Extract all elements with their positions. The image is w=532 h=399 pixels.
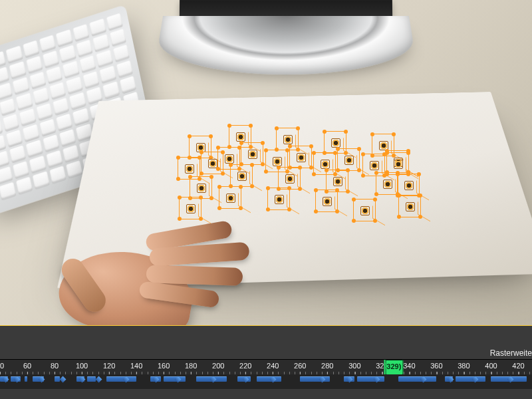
grid-spacing-label: Rasterweite	[490, 348, 532, 358]
ruler-tick: 100	[76, 360, 88, 376]
ruler-tick: 40	[0, 360, 4, 376]
tracker-marker[interactable]	[219, 186, 241, 209]
keyframe-diamond[interactable]	[95, 376, 102, 383]
tracker-marker[interactable]	[337, 148, 360, 171]
ruler-tick: 240	[267, 360, 279, 376]
ruler-tick: 420	[512, 360, 524, 376]
ruler-tick: 60	[23, 360, 31, 376]
tracker-marker[interactable]	[230, 164, 253, 187]
tracker-marker[interactable]	[179, 197, 201, 219]
tracker-marker[interactable]	[398, 195, 421, 217]
keyframe-diamond[interactable]	[60, 376, 66, 383]
ruler-tick: 180	[185, 360, 197, 376]
ruler-tick: 160	[158, 360, 170, 376]
keyframe-block[interactable]	[106, 376, 136, 382]
ruler-tick: 260	[294, 360, 306, 376]
keyframe-block[interactable]	[398, 376, 436, 382]
timeline-panel: Rasterweite 4060801001201401601802002202…	[0, 325, 532, 399]
ruler-tick: 140	[130, 360, 142, 376]
ruler-tick: 300	[348, 360, 360, 376]
timeline[interactable]: 4060801001201401601802002202402602803003…	[0, 359, 532, 389]
tracker-marker[interactable]	[267, 188, 290, 210]
monitor-stand	[154, 16, 419, 74]
keyframe-block[interactable]	[456, 376, 485, 382]
ruler-tick: 200	[212, 360, 224, 376]
ruler-tick: 380	[458, 360, 469, 376]
keyframe-block[interactable]	[87, 376, 95, 382]
ruler-tick: 280	[321, 360, 333, 376]
timeline-ruler[interactable]: 4060801001201401601802002202402602803003…	[0, 360, 532, 374]
keyframe-block[interactable]	[25, 376, 27, 382]
keyframe-track[interactable]	[0, 374, 532, 389]
tracker-marker[interactable]	[353, 199, 376, 221]
ruler-tick: 400	[485, 360, 497, 376]
panel-spacer: Rasterweite	[0, 326, 532, 359]
ruler-tick: 340	[403, 360, 415, 376]
ruler-tick: 80	[51, 360, 59, 376]
preview-viewport[interactable]	[0, 0, 532, 325]
playhead[interactable]: 329)	[385, 360, 403, 375]
tracker-marker[interactable]	[386, 152, 409, 175]
keyframe-block[interactable]	[357, 376, 384, 382]
ruler-tick: 220	[239, 360, 251, 376]
tracker-marker[interactable]	[315, 190, 338, 212]
ruler-tick: 360	[430, 360, 442, 376]
tracker-marker[interactable]	[289, 146, 312, 168]
ruler-tick: 120	[103, 360, 115, 376]
tracker-marker[interactable]	[241, 142, 263, 165]
paper-sheet	[57, 92, 532, 288]
monitor-bezel	[180, 0, 392, 17]
